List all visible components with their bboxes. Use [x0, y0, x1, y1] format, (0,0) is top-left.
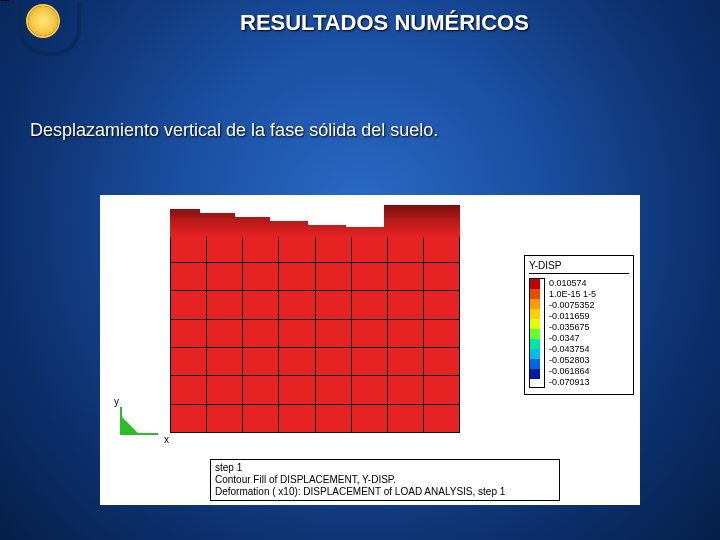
legend-value: -0.070913	[549, 377, 596, 388]
caption-line: step 1	[215, 462, 555, 474]
legend-swatch	[530, 339, 540, 349]
legend-swatch	[530, 319, 540, 329]
color-legend: Y-DISP 0.0105741.0E-15 1-5-0.0075352-0.0…	[524, 255, 634, 395]
legend-swatch	[530, 289, 540, 299]
axis-triad: y x	[112, 398, 167, 443]
legend-value: -0.0075352	[549, 300, 596, 311]
legend-swatch	[530, 329, 540, 339]
caption-line: Deformation ( x10): DISPLACEMENT of LOAD…	[215, 486, 555, 498]
legend-swatch	[530, 299, 540, 309]
legend-value: -0.035675	[549, 322, 596, 333]
contour-plot	[170, 205, 460, 435]
unne-logo: UNNE	[0, 0, 90, 60]
result-figure: y x step 1 Contour Fill of DISPLACEMENT,…	[100, 195, 640, 505]
legend-value: -0.052803	[549, 355, 596, 366]
legend-value: -0.061864	[549, 366, 596, 377]
university-label: UNNE	[0, 0, 13, 2]
legend-value: 1.0E-15 1-5	[549, 289, 596, 300]
legend-value: -0.011659	[549, 311, 596, 322]
legend-swatch	[530, 309, 540, 319]
legend-value: 0.010574	[549, 278, 596, 289]
legend-swatch	[530, 369, 540, 379]
legend-title: Y-DISP	[529, 260, 629, 274]
legend-swatch	[530, 349, 540, 359]
legend-value: -0.0347	[549, 333, 596, 344]
legend-swatch	[530, 359, 540, 369]
fe-mesh	[170, 205, 460, 433]
axis-y-label: y	[114, 396, 119, 407]
figure-caption: step 1 Contour Fill of DISPLACEMENT, Y-D…	[210, 459, 560, 501]
page-title: RESULTADOS NUMÉRICOS	[240, 10, 529, 36]
legend-swatch	[530, 279, 540, 289]
caption-line: Contour Fill of DISPLACEMENT, Y-DISP.	[215, 474, 555, 486]
legend-value: -0.043754	[549, 344, 596, 355]
logo-sun-icon	[28, 6, 58, 36]
axis-x-label: x	[164, 434, 169, 445]
page-subtitle: Desplazamiento vertical de la fase sólid…	[30, 120, 438, 141]
